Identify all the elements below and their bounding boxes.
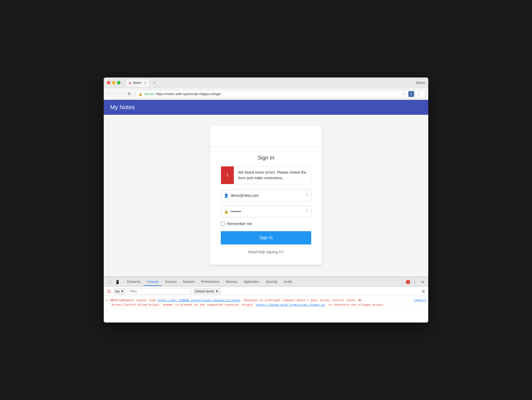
devtools-right-area: 1 ⋮ ✕ [406, 279, 426, 285]
url-actions: ☆ i ⋮ [400, 91, 422, 97]
context-chevron-icon: ▼ [121, 289, 124, 293]
error-exclamation-icon: ! [227, 172, 228, 178]
app-header: My Notes [104, 100, 428, 115]
login-form: Sign In ! We found some errors. Please r… [210, 147, 322, 265]
profile-label: Demo [416, 81, 425, 85]
error-icon-box: ! [221, 166, 234, 184]
minimize-button[interactable] [112, 81, 115, 84]
back-button[interactable]: ← [106, 90, 114, 98]
secure-label: Secure [144, 92, 154, 96]
title-bar: A Notes ✕ + Demo [104, 77, 428, 88]
remember-me-label: Remember me [227, 222, 252, 226]
tab-network[interactable]: Network [180, 278, 198, 286]
maximize-button[interactable] [117, 81, 120, 84]
error-badge: 1 [406, 280, 410, 284]
lock-icon: 🔒 [224, 209, 228, 214]
email-input[interactable] [221, 190, 311, 201]
mobile-view-button[interactable]: 📱 [114, 279, 121, 285]
sign-in-button[interactable]: Sign In [221, 231, 311, 244]
browser-tab[interactable]: A Notes ✕ [125, 79, 150, 87]
main-content: Sign In ! We found some errors. Please r… [104, 115, 428, 277]
devtools-tab-bar: ⬚ 📱 Elements Console Sources Network Per… [104, 277, 428, 287]
tab-performance[interactable]: Performance [198, 278, 223, 286]
error-count-badge: 1 [406, 280, 410, 284]
tab-area: A Notes ✕ + [125, 79, 414, 87]
password-input-group: 🔒 ? [221, 206, 311, 217]
console-caret-icon: › [106, 309, 108, 312]
tab-close-icon[interactable]: ✕ [144, 81, 146, 85]
log-levels-selector[interactable]: Default levels ▼ [193, 288, 221, 295]
tab-sources[interactable]: Sources [162, 278, 180, 286]
app-title: My Notes [110, 104, 135, 111]
error-url-link[interactable]: https://dev-158606.oktapreview.com/api/v… [157, 299, 240, 302]
login-card: Sign In ! We found some errors. Please r… [210, 125, 322, 265]
close-button[interactable] [107, 81, 110, 84]
error-location-link[interactable]: login:1 [414, 298, 426, 302]
tab-console[interactable]: Console [144, 278, 162, 286]
tab-memory[interactable]: Memory [223, 278, 240, 286]
email-help-icon[interactable]: ? [306, 193, 308, 198]
user-icon: 👤 [224, 193, 228, 198]
tab-application[interactable]: Application [240, 278, 263, 286]
help-link[interactable]: Need help signing in? [221, 250, 311, 254]
levels-chevron-icon: ▼ [215, 289, 219, 293]
refresh-button[interactable]: ↻ [126, 90, 133, 98]
console-error-row: ✕ XMLHttpRequest cannot load https://dev… [106, 297, 426, 308]
forward-button[interactable]: → [116, 90, 123, 98]
tab-title: Notes [133, 81, 141, 85]
tab-audits[interactable]: Audits [280, 278, 296, 286]
error-alert: ! We found some errors. Please review th… [221, 166, 311, 184]
tab-elements[interactable]: Elements [124, 278, 144, 286]
inspect-element-button[interactable]: ⬚ [106, 279, 113, 285]
password-input[interactable] [221, 206, 311, 217]
tab-security[interactable]: Security [263, 278, 280, 286]
console-error-message: XMLHttpRequest cannot load https://dev-1… [110, 298, 412, 307]
bookmark-button[interactable]: ☆ [400, 91, 407, 97]
url-text: https://notes-with-typescript.cfapps.io/… [156, 92, 221, 96]
more-button[interactable]: ⋮ [415, 91, 422, 97]
console-output: ✕ XMLHttpRequest cannot load https://dev… [104, 296, 428, 323]
console-error-icon: ✕ [106, 299, 108, 302]
logo-image [258, 131, 274, 141]
url-bar[interactable]: 🔒 Secure https://notes-with-typescript.c… [135, 90, 426, 98]
password-help-icon[interactable]: ? [306, 209, 308, 214]
console-filter-input[interactable] [127, 288, 191, 295]
error-message-text: We found some errors. Please review the … [234, 166, 311, 184]
devtools-left-icons: ⬚ 📱 [106, 279, 121, 285]
email-input-group: 👤 ? [221, 190, 311, 201]
secure-icon: 🔒 [139, 92, 143, 96]
extension-icon[interactable]: i [408, 91, 414, 97]
devtools-panel: ⬚ 📱 Elements Console Sources Network Per… [104, 277, 428, 323]
login-logo-area [210, 125, 322, 147]
tab-favicon-icon: A [129, 81, 131, 85]
new-tab-button[interactable]: + [151, 80, 158, 86]
context-selector[interactable]: top ▼ [114, 288, 125, 295]
console-settings-button[interactable]: ⚙ [420, 288, 426, 294]
console-toolbar: 🚫 top ▼ Default levels ▼ ⚙ [104, 287, 428, 296]
clear-console-button[interactable]: 🚫 [106, 288, 112, 294]
traffic-lights [107, 81, 120, 84]
devtools-close-button[interactable]: ✕ [419, 279, 426, 285]
address-bar: ← → ↻ 🔒 Secure https://notes-with-typesc… [104, 88, 428, 100]
remember-me-checkbox[interactable] [221, 222, 225, 226]
console-prompt: › [106, 308, 426, 313]
devtools-more-button[interactable]: ⋮ [411, 279, 418, 285]
sign-in-title: Sign In [221, 155, 311, 161]
origin-url-link[interactable]: https://notes-with-typescript.cfapps.io [256, 303, 325, 307]
remember-me-row: Remember me [221, 222, 311, 226]
